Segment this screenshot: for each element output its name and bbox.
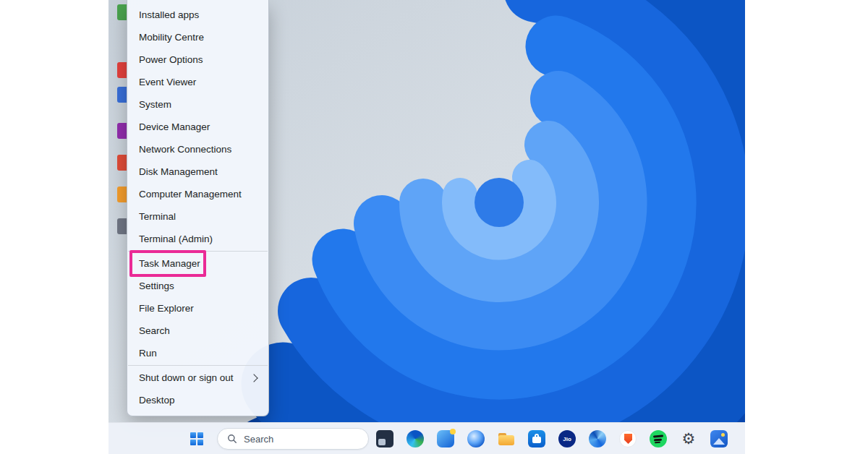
- menu-item-label: Run: [139, 348, 157, 359]
- search-box[interactable]: Search: [217, 428, 369, 450]
- menu-item-terminal[interactable]: Terminal: [127, 205, 268, 228]
- menu-item-terminal-admin[interactable]: Terminal (Admin): [127, 228, 268, 250]
- menu-item-desktop[interactable]: Desktop: [127, 389, 268, 411]
- menu-item-file-explorer[interactable]: File Explorer: [127, 297, 268, 320]
- menu-item-label: Terminal: [139, 211, 176, 222]
- menu-item-label: Network Connections: [139, 144, 231, 155]
- dev-tool-icon[interactable]: [437, 430, 454, 447]
- desktop: Installed apps Mobility Centre Power Opt…: [109, 0, 745, 454]
- menu-item-label: Event Viewer: [139, 77, 196, 87]
- menu-item-label: Shut down or sign out: [139, 372, 234, 383]
- menu-item-run[interactable]: Run: [127, 342, 268, 364]
- menu-item-installed-apps[interactable]: Installed apps: [127, 4, 268, 26]
- menu-item-label: Settings: [139, 280, 174, 291]
- menu-item-label: File Explorer: [139, 303, 194, 314]
- menu-item-label: Computer Management: [139, 189, 242, 200]
- menu-item-device-manager[interactable]: Device Manager: [127, 116, 268, 138]
- spark-dot: [450, 429, 456, 434]
- menu-item-label: Terminal (Admin): [139, 234, 213, 244]
- edge-browser-icon[interactable]: [407, 430, 424, 447]
- start-button[interactable]: [182, 424, 211, 453]
- photos-app-icon[interactable]: [710, 430, 728, 447]
- menu-item-label: Mobility Centre: [139, 32, 204, 43]
- gear-glyph: ⚙: [682, 432, 696, 447]
- menu-item-label: Device Manager: [139, 121, 210, 132]
- search-placeholder: Search: [244, 434, 273, 445]
- jio-label: Jio: [563, 436, 571, 442]
- menu-item-event-viewer[interactable]: Event Viewer: [127, 71, 268, 93]
- menu-item-shut-down-or-sign-out[interactable]: Shut down or sign out: [127, 367, 268, 389]
- taskbar-icons: Jio ⚙: [376, 430, 728, 447]
- windows-logo-icon: [190, 432, 203, 445]
- microsoft-store-icon[interactable]: [528, 430, 545, 447]
- menu-separator: [128, 365, 268, 366]
- menu-item-label: Power Options: [139, 54, 203, 65]
- menu-item-label: Search: [139, 325, 170, 336]
- taskbar: Search Jio ⚙: [109, 422, 745, 454]
- spotify-wave: [653, 435, 663, 438]
- folder-body: [498, 435, 514, 445]
- spotify-icon[interactable]: [650, 430, 667, 447]
- jio-app-icon[interactable]: Jio: [558, 430, 576, 447]
- menu-item-task-manager[interactable]: Task Manager: [127, 252, 268, 275]
- menu-item-search[interactable]: Search: [127, 320, 268, 342]
- winx-context-menu: Installed apps Mobility Centre Power Opt…: [127, 0, 269, 416]
- menu-item-label: Disk Management: [139, 166, 218, 177]
- bag-body: [532, 437, 541, 443]
- search-icon: [227, 434, 237, 444]
- window-app-icon[interactable]: [376, 430, 393, 447]
- menu-item-label: Desktop: [139, 395, 175, 406]
- settings-gear-icon[interactable]: ⚙: [680, 430, 697, 447]
- menu-item-mobility-centre[interactable]: Mobility Centre: [127, 26, 268, 48]
- menu-item-label: Task Manager: [139, 258, 200, 269]
- sun-dot: [721, 433, 725, 437]
- brave-browser-icon[interactable]: [619, 430, 637, 447]
- brave-shield: [624, 434, 632, 444]
- menu-item-network-connections[interactable]: Network Connections: [127, 138, 268, 160]
- browser-icon[interactable]: [467, 430, 485, 447]
- menu-separator: [128, 251, 268, 252]
- menu-item-settings[interactable]: Settings: [127, 275, 268, 297]
- chevron-right-icon: [250, 374, 258, 382]
- mountain-shape: [713, 438, 725, 445]
- menu-item-power-options[interactable]: Power Options: [127, 48, 268, 71]
- internet-browser-icon[interactable]: [589, 430, 606, 447]
- menu-item-system[interactable]: System: [127, 93, 268, 116]
- menu-item-computer-management[interactable]: Computer Management: [127, 183, 268, 205]
- menu-item-disk-management[interactable]: Disk Management: [127, 160, 268, 183]
- file-explorer-icon[interactable]: [498, 430, 515, 447]
- screenshot-canvas: Installed apps Mobility Centre Power Opt…: [0, 0, 868, 454]
- menu-item-label: Installed apps: [139, 9, 199, 20]
- menu-item-label: System: [139, 99, 171, 110]
- spotify-wave: [655, 442, 660, 444]
- spotify-wave: [654, 438, 662, 440]
- window-pane: [378, 439, 386, 445]
